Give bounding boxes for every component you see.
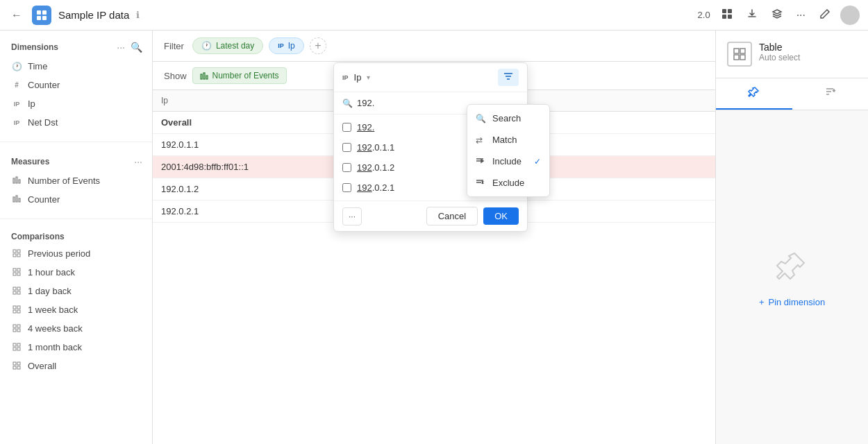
filter-option-192-0-2-1-checkbox[interactable] (342, 183, 351, 192)
edit-button[interactable] (815, 6, 835, 25)
include-check-icon: ✓ (534, 157, 541, 166)
show-chip-label: Number of Events (212, 71, 279, 80)
cancel-button[interactable]: Cancel (426, 207, 478, 225)
svg-rect-38 (13, 362, 16, 365)
sidebar-item-1day-back[interactable]: 1 day back (0, 282, 152, 300)
comparisons-section: Comparisons Previous period 1 hour back … (0, 222, 152, 382)
pin-dimension-label: Pin dimension (768, 297, 825, 307)
sidebar-item-4weeks-back[interactable]: 4 weeks back (0, 319, 152, 338)
dimensions-label: Dimensions (11, 42, 58, 52)
back-button[interactable]: ← (8, 6, 25, 24)
filter-option-192-0-1-1-label: 192.0.1.1 (357, 142, 394, 153)
sidebar-item-ip[interactable]: IP Ip (0, 94, 152, 113)
match-menu-icon: ⇄ (476, 135, 487, 145)
sidebar-item-counter-label: Counter (28, 80, 60, 90)
sidebar-item-1week-back[interactable]: 1 week back (0, 300, 152, 319)
svg-rect-8 (13, 178, 15, 183)
exclude-menu-label: Exclude (492, 178, 524, 188)
main-content: Filter 🕐 Latest day IP Ip + Show Number … (153, 31, 715, 444)
svg-rect-36 (13, 348, 16, 350)
grid-icon-button[interactable] (717, 6, 737, 25)
match-menu-label: Match (492, 135, 517, 145)
filter-active-button[interactable] (498, 69, 519, 86)
sidebar-item-previous-period[interactable]: Previous period (0, 244, 152, 263)
large-pin-icon (775, 248, 810, 289)
right-panel-icon (727, 42, 752, 67)
overall-value (637, 112, 715, 134)
search-menu-icon: 🔍 (476, 114, 487, 123)
dimensions-header: Dimensions ··· 🔍 (0, 37, 152, 57)
svg-rect-14 (13, 250, 16, 253)
sort-tab[interactable] (792, 78, 869, 110)
svg-rect-10 (19, 180, 20, 183)
right-panel-text: Table Auto select (759, 42, 800, 62)
pin-dimension-button[interactable]: + Pin dimension (759, 297, 825, 307)
filter-option-192-0-1-2-label: 192.0.1.2 (357, 162, 394, 173)
sidebar-item-number-of-events[interactable]: Number of Events (0, 171, 152, 190)
more-options-button[interactable]: ··· (342, 207, 362, 225)
svg-rect-24 (13, 291, 16, 294)
value-cell (637, 156, 715, 178)
svg-rect-32 (13, 329, 16, 332)
context-exclude[interactable]: Exclude (467, 172, 549, 194)
sidebar-item-1month-back[interactable]: 1 month back (0, 338, 152, 357)
sidebar-item-1hour-back[interactable]: 1 hour back (0, 263, 152, 282)
latest-day-label: Latest day (216, 41, 254, 51)
ok-button[interactable]: OK (483, 207, 519, 225)
add-filter-button[interactable]: + (310, 37, 326, 54)
filter-option-192-checkbox[interactable] (342, 123, 351, 132)
avatar-button[interactable] (840, 6, 860, 25)
download-button[interactable] (742, 6, 762, 25)
layers-button[interactable] (767, 6, 787, 25)
context-match[interactable]: ⇄ Match (467, 129, 549, 151)
svg-rect-18 (13, 268, 16, 271)
svg-rect-9 (16, 177, 17, 183)
dimensions-more-button[interactable]: ··· (115, 40, 126, 54)
sidebar-item-overall[interactable]: Overall (0, 357, 152, 375)
svg-rect-6 (722, 15, 726, 19)
show-chip[interactable]: Number of Events (192, 67, 287, 84)
svg-rect-41 (17, 366, 20, 369)
svg-rect-42 (201, 74, 202, 79)
filter-footer: ··· Cancel OK (334, 200, 527, 231)
svg-rect-39 (17, 362, 20, 365)
svg-rect-15 (17, 250, 20, 253)
right-panel-header: Table Auto select (716, 31, 868, 78)
ip-filter-chip[interactable]: IP Ip (269, 37, 304, 54)
latest-day-chip[interactable]: 🕐 Latest day (192, 37, 263, 54)
filter-option-192-0-1-2-checkbox[interactable] (342, 163, 351, 172)
svg-rect-30 (13, 325, 16, 327)
svg-rect-29 (17, 310, 20, 313)
sidebar-item-ip-label: Ip (28, 99, 35, 109)
1month-icon (11, 343, 22, 352)
more-button[interactable]: ··· (792, 6, 810, 24)
time-icon: 🕐 (11, 62, 22, 71)
sidebar-item-counter-measure[interactable]: Counter (0, 190, 152, 209)
1hour-icon (11, 268, 22, 278)
svg-rect-11 (13, 197, 15, 202)
svg-rect-13 (19, 198, 20, 202)
overall-icon (11, 361, 22, 371)
right-panel: Table Auto select + Pin dimension (715, 31, 868, 444)
sidebar-item-net-dst-label: Net Dst (28, 117, 58, 128)
dimensions-search-button[interactable]: 🔍 (129, 40, 144, 54)
svg-rect-35 (17, 343, 20, 346)
svg-rect-21 (17, 273, 20, 275)
search-icon: 🔍 (342, 99, 353, 108)
measures-more-button[interactable]: ··· (133, 155, 144, 169)
show-label: Show (164, 71, 187, 81)
context-include[interactable]: Include ✓ (467, 151, 549, 172)
sidebar-item-time[interactable]: 🕐 Time (0, 57, 152, 76)
right-panel-body: + Pin dimension (716, 110, 868, 444)
comparisons-label: Comparisons (11, 232, 65, 241)
search-menu-label: Search (492, 113, 521, 123)
filter-bar: Filter 🕐 Latest day IP Ip + (153, 31, 715, 62)
sidebar-item-net-dst[interactable]: IP Net Dst (0, 113, 152, 132)
sidebar-item-counter[interactable]: # Counter (0, 76, 152, 94)
info-icon[interactable]: ℹ (136, 10, 140, 20)
events-icon (11, 176, 22, 186)
context-search[interactable]: 🔍 Search (467, 108, 549, 129)
filter-option-192-0-1-1-checkbox[interactable] (342, 143, 351, 152)
pin-tab[interactable] (716, 78, 792, 110)
measures-header: Measures ··· (0, 152, 152, 171)
